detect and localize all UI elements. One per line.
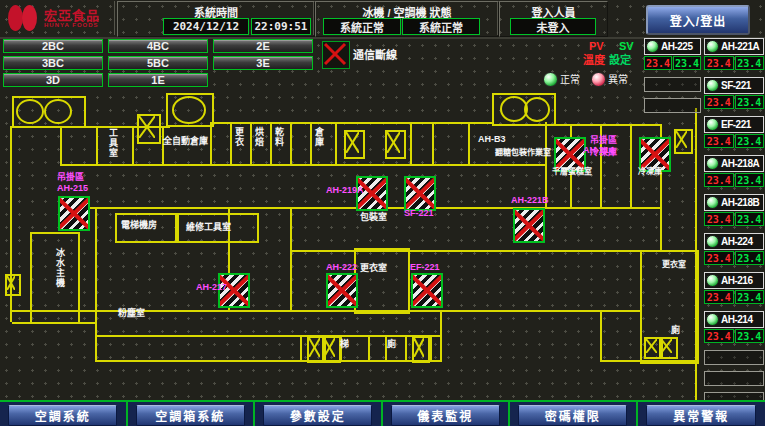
bottom-nav-cell: 空調系統 [0,402,128,426]
wall-line [600,310,602,362]
unit-label: 吊掛區 [57,173,84,183]
wall-line [95,207,97,362]
unit-status-led-icon [646,40,659,53]
ahu-offline-marker[interactable] [513,208,545,243]
unit-name-AH-218A[interactable]: AH-218A [704,155,764,172]
unit-name-AH-224[interactable]: AH-224 [704,233,764,250]
unit-name-SF-221[interactable]: SF-221 [704,77,764,94]
unit-name-label: AH-225 [661,41,692,52]
ahu-offline-marker[interactable] [404,176,436,211]
unit-name-label: AH-218A [721,158,759,169]
unit-name-AH-221A[interactable]: AH-221A [704,38,764,55]
wall-line [95,335,442,337]
unit-status-led-icon [706,196,719,209]
unit-name-EF-221[interactable]: EF-221 [704,116,764,133]
floor-button-3E[interactable]: 3E [213,56,313,70]
unit-name-label: EF-221 [721,119,751,130]
nav-button-空調系統[interactable]: 空調系統 [8,405,117,426]
unit-block: EF-22123.423.4 [704,116,764,148]
unit-name-label: AH-214 [721,314,752,325]
system-date-value: 2024/12/12 [163,18,249,35]
room-label: 更衣 [233,127,243,147]
bottom-nav-bar: 空調系統空調箱系統參數設定儀表監視密碼權限異常警報 [0,400,765,426]
comm-loss-icon [322,41,350,69]
unit-name-AH-225[interactable]: AH-225 [644,38,701,55]
room-label: 翻糖包裝作業室 [495,149,551,158]
wall-line [60,126,62,166]
unit-name-AH-218B[interactable]: AH-218B [704,194,764,211]
stairs-symbol [5,274,21,296]
wall-line [230,122,232,166]
nav-button-密碼權限[interactable]: 密碼權限 [518,405,627,426]
unit-name-label: SF-221 [721,80,751,91]
ahu-offline-marker[interactable] [58,196,90,231]
unit-pv-value: 23.4 [704,212,734,226]
legend-normal-label: 正常 [560,75,580,85]
unit-block: AH-22523.423.4 [644,38,701,70]
floor-button-2BC[interactable]: 2BC [3,39,103,53]
room-label: 廁 [387,340,396,350]
nav-button-空調箱系統[interactable]: 空調箱系統 [136,405,245,426]
unit-sv-value: 23.4 [735,251,765,265]
unit-status-led-icon [706,157,719,170]
equipment-circle [524,97,550,122]
wall-line [410,122,412,166]
floor-button-5BC[interactable]: 5BC [108,56,208,70]
room-label: 冷凍庫 [638,168,662,177]
floor-button-3BC[interactable]: 3BC [3,56,103,70]
room-label: AH-B3 [478,135,506,145]
ahu-offline-marker[interactable] [326,273,358,308]
nav-button-儀表監視[interactable]: 儀表監視 [391,405,500,426]
stairs-symbol [412,336,430,363]
equipment-circle [172,96,206,124]
wall-line [290,250,662,252]
wall-line [468,122,470,166]
wall-line [552,124,662,126]
unit-pv-value: 23.4 [704,134,734,148]
unit-block: AH-218A23.423.4 [704,155,764,187]
ahu-offline-marker[interactable] [411,273,443,308]
unit-values: 23.423.4 [704,251,764,265]
company-logo: 宏亞食品 HUNYA FOODS [2,1,114,35]
unit-name-AH-216[interactable]: AH-216 [704,272,764,289]
unit-pv-value: 23.4 [704,251,734,265]
unit-name-label: AH-216 [721,275,752,286]
unit-name-AH-214[interactable]: AH-214 [704,311,764,328]
wall-line [270,122,272,166]
stairs-symbol [659,337,678,359]
unit-pv-value: 23.4 [704,290,734,304]
unit-block: AH-218B23.423.4 [704,194,764,226]
unit-pv-value: 23.4 [704,95,734,109]
nav-button-異常警報[interactable]: 異常警報 [646,405,756,426]
wall-line [10,310,642,312]
room-label: 烘焙 [253,127,263,147]
floor-button-4BC[interactable]: 4BC [108,39,208,53]
unit-label: 吊掛區 [590,136,617,146]
unit-pv-value: 23.4 [644,56,672,70]
unit-pv-value: 23.4 [704,173,734,187]
unit-pv-value: 23.4 [704,56,734,70]
nav-button-參數設定[interactable]: 參數設定 [263,405,372,426]
pv-header: PV [589,41,604,52]
unit-values: 23.423.4 [704,56,764,70]
unit-block: AH-21423.423.4 [704,311,764,343]
wall-line [210,122,212,166]
bottom-nav-cell: 密碼權限 [510,402,638,426]
wall-line [630,125,632,209]
floor-button-2E[interactable]: 2E [213,39,313,53]
wall-line [310,122,312,166]
floor-button-3D[interactable]: 3D [3,73,103,87]
equipment-circle [44,99,72,124]
unit-label: AH-221B [511,196,549,206]
unit-values: 23.423.4 [704,173,764,187]
floor-button-1E[interactable]: 1E [108,73,208,87]
normal-led-icon [543,72,558,87]
unit-values: 23.423.4 [704,212,764,226]
bottom-nav-cell: 空調箱系統 [128,402,256,426]
temperature-header: 溫度 [583,55,605,66]
login-logout-button[interactable]: 登入/登出 [646,5,750,35]
unit-block: AH-22423.423.4 [704,233,764,265]
room-label: 更衣室 [662,261,686,270]
room-label: 乾料 [273,127,283,147]
wall-line [405,335,407,362]
